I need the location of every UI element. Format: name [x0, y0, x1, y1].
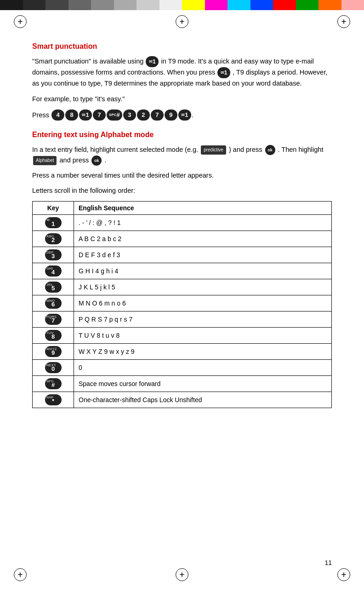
color-seg-3: [46, 0, 68, 10]
color-seg-11: [228, 0, 250, 10]
ok-btn-2: ok: [91, 156, 102, 166]
key-cell: ✉ 1: [33, 214, 74, 231]
key-icon-*: SHF *: [45, 394, 62, 405]
bottom-center-reg: [176, 568, 188, 581]
sequence-cell: D E F 3 d e f 3: [74, 247, 332, 263]
alpha-text-4: and press: [60, 156, 91, 164]
color-seg-2: [23, 0, 46, 10]
key-cell: PQRS 7: [33, 311, 74, 327]
alpha-text-3: . Then highlight: [278, 146, 324, 153]
key-icon-9: WXYZ 9: [45, 346, 62, 357]
alphabet-mode-para1: In a text entry field, highlight current…: [32, 144, 332, 166]
table-header-row: Key English Sequence: [33, 201, 332, 214]
alphabet-mode-heading: Entering text using Alphabet mode: [32, 131, 332, 139]
table-row: GHI 4 G H I 4 g h i 4: [33, 263, 332, 279]
key-8: 8: [65, 110, 78, 121]
top-right-reg: [337, 15, 350, 28]
press-label: Press: [32, 109, 51, 121]
color-seg-1: [0, 0, 23, 10]
key-cell: DEF 3: [33, 247, 74, 263]
key-envelope-2: ✉1: [217, 67, 230, 78]
key-cell: TUV 8: [33, 327, 74, 343]
table-row: WXYZ 9 W X Y Z 9 w x y z 9: [33, 343, 332, 359]
alpha-text-5: .: [104, 156, 106, 164]
key-7: 7: [93, 110, 106, 121]
table-row: SHF * One-character-shifted Caps Lock Un…: [33, 392, 332, 408]
sequence-cell: T U V 8 t u v 8: [74, 327, 332, 343]
table-row: JKL 5 J K L 5 j k l 5: [33, 279, 332, 295]
table-row: NEXT 0 0: [33, 359, 332, 375]
table-row: PQRS 7 P Q R S 7 p q r s 7: [33, 311, 332, 327]
table-row: ABC 2 A B C 2 a b c 2: [33, 231, 332, 247]
key-envelope-1: ✉1: [146, 56, 159, 67]
col-key-header: Key: [33, 201, 74, 214]
key-icon-2: ABC 2: [45, 233, 62, 244]
color-seg-14: [296, 0, 319, 10]
sequence-cell: A B C 2 a b c 2: [74, 231, 332, 247]
scroll-order-label: Letters scroll in the following order:: [32, 185, 332, 196]
table-row: ✉ 1 . - ’ / : @ , ? ! 1: [33, 214, 332, 231]
key-cell: MNO 6: [33, 295, 74, 311]
key-icon-7: PQRS 7: [45, 314, 62, 325]
sequence-cell: One-character-shifted Caps Lock Unshifte…: [74, 392, 332, 408]
number-press-instruction: Press a number several times until the d…: [32, 170, 332, 181]
key-icon-1: ✉ 1: [45, 217, 62, 228]
color-seg-9: [182, 0, 205, 10]
sequence-cell: W X Y Z 9 w x y z 9: [74, 343, 332, 359]
alphabet-block: Alphabet: [33, 156, 57, 165]
color-seg-15: [318, 0, 341, 10]
table-row: MNO 6 M N O 6 m n o 6: [33, 295, 332, 311]
para-text-1: "Smart punctuation" is available using: [32, 58, 145, 65]
bottom-right-reg: [337, 568, 350, 581]
key-icon-0: NEXT 0: [45, 362, 62, 373]
period-end: .: [192, 109, 193, 121]
color-seg-5: [91, 0, 114, 10]
smart-punctuation-heading: Smart punctuation: [32, 42, 332, 51]
key-icon-5: JKL 5: [45, 282, 62, 293]
color-seg-12: [250, 0, 273, 10]
color-seg-4: [68, 0, 91, 10]
key-7b: 7: [151, 110, 164, 121]
color-seg-16: [341, 0, 364, 10]
example-line: For example, to type "it's easy.": [32, 94, 332, 104]
main-content: Smart punctuation "Smart punctuation" is…: [0, 33, 364, 427]
key-3: 3: [123, 110, 136, 121]
key-sequence-table: Key English Sequence ✉ 1 . - ’ / : @ , ?…: [32, 201, 332, 408]
key-cell: SPC #: [33, 375, 74, 392]
key-2: 2: [137, 110, 150, 121]
table-row: SPC # Space moves cursor forward: [33, 375, 332, 392]
smart-punctuation-para: "Smart punctuation" is available using ✉…: [32, 56, 332, 89]
sequence-cell: . - ’ / : @ , ? ! 1: [74, 214, 332, 231]
smart-punctuation-section: Smart punctuation "Smart punctuation" is…: [32, 42, 332, 121]
bottom-left-reg: [14, 568, 27, 581]
color-seg-7: [136, 0, 159, 10]
color-seg-8: [159, 0, 182, 10]
alphabet-mode-section: Entering text using Alphabet mode In a t…: [32, 131, 332, 408]
key-env1-end: ✉1: [178, 110, 191, 121]
alpha-text-1: In a text entry field, highlight current…: [32, 146, 200, 153]
ok-btn-1: ok: [265, 145, 275, 155]
key-cell: SHF *: [33, 392, 74, 408]
sequence-cell: M N O 6 m n o 6: [74, 295, 332, 311]
color-bar: [0, 0, 364, 10]
key-icon-8: TUV 8: [45, 330, 62, 341]
table-row: TUV 8 T U V 8 t u v 8: [33, 327, 332, 343]
alpha-text-2: ) and press: [229, 146, 264, 153]
key-cell: JKL 5: [33, 279, 74, 295]
press-sequence-line: Press 4 8 ✉1 7 SPC# 3 2 7 9 ✉1 .: [32, 109, 332, 121]
sequence-cell: 0: [74, 359, 332, 375]
mode-example-block: predictive: [201, 145, 226, 155]
key-icon-#: SPC #: [45, 378, 62, 389]
col-sequence-header: English Sequence: [74, 201, 332, 214]
key-cell: NEXT 0: [33, 359, 74, 375]
color-seg-10: [205, 0, 228, 10]
color-seg-13: [273, 0, 296, 10]
sequence-cell: J K L 5 j k l 5: [74, 279, 332, 295]
color-seg-6: [114, 0, 137, 10]
key-cell: GHI 4: [33, 263, 74, 279]
top-reg-marks: [0, 10, 364, 33]
bottom-reg-marks: [0, 565, 364, 585]
key-cell: WXYZ 9: [33, 343, 74, 359]
sequence-cell: Space moves cursor forward: [74, 375, 332, 392]
sequence-cell: P Q R S 7 p q r s 7: [74, 311, 332, 327]
